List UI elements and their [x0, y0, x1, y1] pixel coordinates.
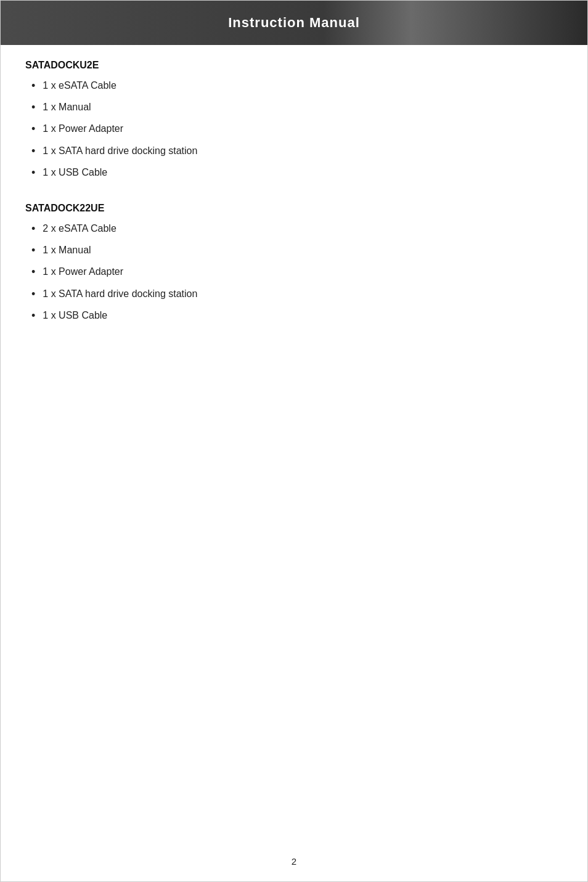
section-title-satadocku2e: SATADOCKU2E	[25, 60, 563, 71]
section-satadocku2e: SATADOCKU2E 1 x eSATA Cable 1 x Manual 1…	[25, 60, 563, 181]
page-wrapper: Instruction Manual SATADOCKU2E 1 x eSATA…	[0, 0, 588, 882]
list-item: 1 x eSATA Cable	[31, 78, 563, 94]
content-area: SATADOCKU2E 1 x eSATA Cable 1 x Manual 1…	[1, 45, 587, 370]
list-item: 1 x Power Adapter	[31, 264, 563, 280]
item-list-satadock22ue: 2 x eSATA Cable 1 x Manual 1 x Power Ada…	[31, 221, 563, 324]
list-item: 2 x eSATA Cable	[31, 221, 563, 237]
page-title: Instruction Manual	[228, 15, 360, 31]
list-item: 1 x SATA hard drive docking station	[31, 287, 563, 302]
page-number: 2	[292, 856, 296, 867]
list-item: 1 x Power Adapter	[31, 121, 563, 137]
list-item: 1 x USB Cable	[31, 308, 563, 324]
list-item: 1 x Manual	[31, 243, 563, 258]
list-item: 1 x USB Cable	[31, 165, 563, 181]
section-title-satadock22ue: SATADOCK22UE	[25, 203, 563, 214]
list-item: 1 x SATA hard drive docking station	[31, 144, 563, 159]
section-satadock22ue: SATADOCK22UE 2 x eSATA Cable 1 x Manual …	[25, 203, 563, 324]
list-item: 1 x Manual	[31, 100, 563, 115]
header-bar: Instruction Manual	[1, 1, 587, 45]
item-list-satadocku2e: 1 x eSATA Cable 1 x Manual 1 x Power Ada…	[31, 78, 563, 181]
